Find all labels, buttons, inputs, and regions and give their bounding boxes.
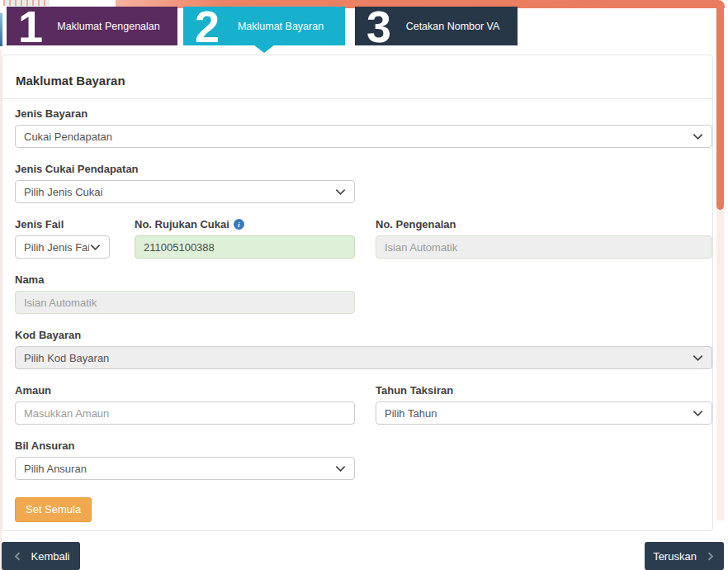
back-button-label: Kembali xyxy=(31,550,70,563)
jenis-cukai-pendapatan-select[interactable]: Pilih Jenis Cukai xyxy=(15,180,355,203)
coral-right-strip xyxy=(716,7,724,210)
step-1-number: 1 xyxy=(18,8,41,45)
step-3-label: Cetakan Nombor VA xyxy=(390,21,518,32)
field-jenis-cukai-pendapatan: Jenis Cukai Pendapatan Pilih Jenis Cukai xyxy=(15,163,709,203)
kod-bayaran-selected-value: Pilih Kod Bayaran xyxy=(24,352,692,364)
chevron-down-icon xyxy=(334,186,347,198)
step-2-maklumat-bayaran[interactable]: 2 Maklumat Bayaran xyxy=(183,7,345,45)
no-pengenalan-input xyxy=(376,235,712,259)
field-tahun-taksiran: Tahun Taksiran Pilih Tahun xyxy=(376,384,712,425)
field-jenis-fail: Jenis Fail Pilih Jenis Fail xyxy=(15,218,110,259)
step-2-label: Maklumat Bayaran xyxy=(218,21,345,32)
bil-ansuran-selected-value: Pilih Ansuran xyxy=(24,463,334,475)
step-1-maklumat-pengenalan[interactable]: 1 Maklumat Pengenalan xyxy=(7,7,177,45)
kod-bayaran-label: Kod Bayaran xyxy=(15,329,709,341)
blue-left-fragment xyxy=(0,13,2,46)
step-1-label: Maklumat Pengenalan xyxy=(41,21,177,32)
jenis-cukai-pendapatan-selected-value: Pilih Jenis Cukai xyxy=(24,186,334,198)
chevron-down-icon xyxy=(334,463,347,475)
field-no-pengenalan: No. Pengenalan xyxy=(376,218,712,259)
bil-ansuran-label: Bil Ansuran xyxy=(15,439,709,452)
tahun-taksiran-selected-value: Pilih Tahun xyxy=(385,407,692,420)
info-icon[interactable]: i xyxy=(234,219,244,230)
chevron-down-icon xyxy=(692,407,704,420)
chevron-down-icon xyxy=(692,352,704,364)
back-button[interactable]: Kembali xyxy=(2,542,80,570)
page-title: Maklumat Bayaran xyxy=(16,74,709,88)
field-no-rujukan-cukai: No. Rujukan Cukai i xyxy=(135,218,355,259)
page: 1 Maklumat Pengenalan 2 Maklumat Bayaran… xyxy=(0,0,728,570)
jenis-bayaran-label: Jenis Bayaran xyxy=(15,107,709,120)
title-divider xyxy=(2,98,712,99)
jenis-fail-label: Jenis Fail xyxy=(15,218,110,230)
payment-form-card: Maklumat Bayaran Jenis Bayaran Cukai Pen… xyxy=(2,55,713,531)
step-2-number: 2 xyxy=(195,8,218,45)
active-step-pointer xyxy=(253,45,275,53)
chevron-down-icon xyxy=(89,241,102,254)
chevron-right-icon xyxy=(705,551,716,562)
kod-bayaran-select: Pilih Kod Bayaran xyxy=(15,346,712,369)
amaun-label: Amaun xyxy=(15,384,355,397)
field-jenis-bayaran: Jenis Bayaran Cukai Pendapatan xyxy=(15,107,709,148)
tahun-taksiran-label: Tahun Taksiran xyxy=(376,384,712,397)
bil-ansuran-select[interactable]: Pilih Ansuran xyxy=(15,457,355,480)
step-3-cetakan-nombor-va[interactable]: 3 Cetakan Nombor VA xyxy=(355,7,518,45)
jenis-bayaran-selected-value: Cukai Pendapatan xyxy=(24,131,692,143)
field-kod-bayaran: Kod Bayaran Pilih Kod Bayaran xyxy=(15,329,709,369)
field-bil-ansuran: Bil Ansuran Pilih Ansuran xyxy=(15,439,709,480)
chevron-down-icon xyxy=(692,131,704,143)
field-nama: Nama xyxy=(15,273,709,314)
field-row-amaun-tahun: Amaun Tahun Taksiran Pilih Tahun xyxy=(15,384,709,425)
step-3-number: 3 xyxy=(366,8,390,45)
amaun-input[interactable] xyxy=(15,401,355,425)
next-button-label: Teruskan xyxy=(653,550,697,563)
nama-input xyxy=(15,291,355,314)
field-amaun: Amaun xyxy=(15,384,355,425)
jenis-fail-selected-value: Pilih Jenis Fail xyxy=(24,241,89,254)
jenis-fail-select[interactable]: Pilih Jenis Fail xyxy=(15,235,110,259)
no-rujukan-cukai-label: No. Rujukan Cukai xyxy=(135,218,229,230)
reset-button[interactable]: Set Semula xyxy=(15,497,92,522)
field-row-fail-rujukan-pengenalan: Jenis Fail Pilih Jenis Fail No. Rujukan … xyxy=(15,218,709,259)
pink-right-strip xyxy=(716,210,724,520)
tahun-taksiran-select[interactable]: Pilih Tahun xyxy=(376,401,712,425)
no-pengenalan-label: No. Pengenalan xyxy=(376,218,712,230)
jenis-cukai-pendapatan-label: Jenis Cukai Pendapatan xyxy=(15,163,709,175)
jenis-bayaran-select[interactable]: Cukai Pendapatan xyxy=(15,125,712,148)
next-button[interactable]: Teruskan xyxy=(645,542,724,570)
chevron-left-icon xyxy=(12,551,23,562)
step-wizard: 1 Maklumat Pengenalan 2 Maklumat Bayaran… xyxy=(7,7,535,45)
nama-label: Nama xyxy=(15,273,709,286)
no-rujukan-cukai-input[interactable] xyxy=(135,235,355,259)
